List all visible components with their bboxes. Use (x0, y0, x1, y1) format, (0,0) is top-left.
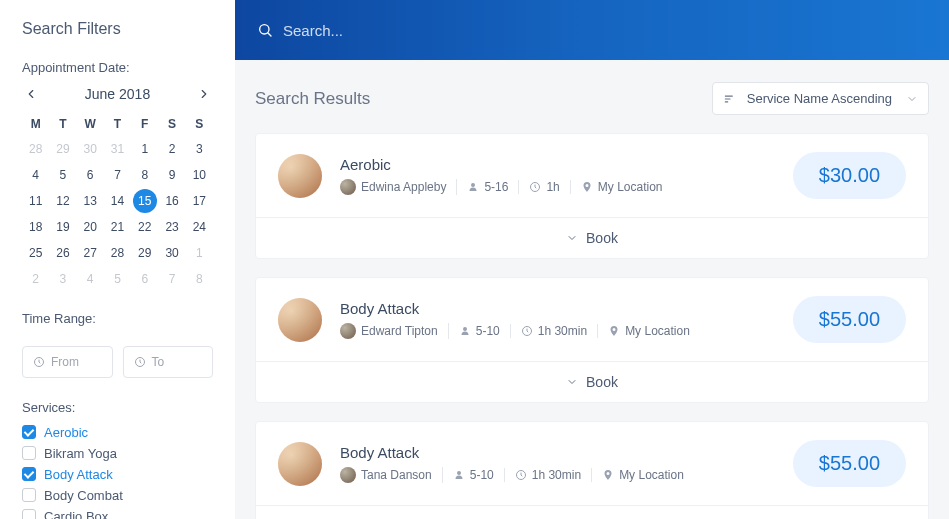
sort-select[interactable]: Service Name Ascending (712, 82, 929, 115)
calendar-day[interactable]: 22 (131, 215, 158, 239)
duration-value: 1h (546, 180, 559, 194)
person-icon (467, 181, 479, 193)
calendar-day[interactable]: 18 (22, 215, 49, 239)
calendar-day[interactable]: 28 (22, 137, 49, 161)
calendar-day[interactable]: 4 (22, 163, 49, 187)
chevron-right-icon (197, 87, 211, 101)
calendar-day[interactable]: 3 (49, 267, 76, 291)
sidebar: Search Filters Appointment Date: June 20… (0, 0, 235, 519)
checkbox[interactable] (22, 509, 36, 519)
service-label: Aerobic (44, 426, 88, 439)
duration-value: 1h 30min (532, 468, 581, 482)
service-title: Body Attack (340, 300, 793, 317)
service-title: Body Attack (340, 444, 793, 461)
capacity-value: 5-10 (476, 324, 500, 338)
time-to-input[interactable]: To (123, 346, 214, 378)
calendar-day[interactable]: 13 (77, 189, 104, 213)
calendar-day[interactable]: 26 (49, 241, 76, 265)
calendar-prev-button[interactable] (22, 85, 40, 103)
calendar-day[interactable]: 10 (186, 163, 213, 187)
calendar-day[interactable]: 1 (186, 241, 213, 265)
calendar-day[interactable]: 7 (158, 267, 185, 291)
staff-meta: Tana Danson (340, 467, 443, 483)
calendar-day[interactable]: 29 (131, 241, 158, 265)
checkbox[interactable] (22, 446, 36, 460)
calendar-day[interactable]: 30 (77, 137, 104, 161)
service-item[interactable]: Body Combat (22, 488, 213, 502)
search-input[interactable] (283, 22, 927, 39)
main: Search Results Service Name Ascending Ae… (235, 0, 949, 519)
location-meta: My Location (598, 324, 700, 338)
service-item[interactable]: Body Attack (22, 467, 213, 481)
duration-meta: 1h 30min (505, 468, 592, 482)
clock-icon (521, 325, 533, 337)
service-item[interactable]: Bikram Yoga (22, 446, 213, 460)
staff-name: Edwina Appleby (361, 180, 446, 194)
calendar-day[interactable]: 24 (186, 215, 213, 239)
location-value: My Location (625, 324, 690, 338)
calendar-day[interactable]: 25 (22, 241, 49, 265)
book-button[interactable]: Book (256, 361, 928, 402)
time-from-placeholder: From (51, 355, 79, 369)
checkbox[interactable] (22, 425, 36, 439)
staff-avatar (340, 323, 356, 339)
calendar-day[interactable]: 5 (104, 267, 131, 291)
calendar-day[interactable]: 5 (49, 163, 76, 187)
book-button[interactable]: Book (256, 505, 928, 519)
results-title: Search Results (255, 89, 370, 109)
service-item[interactable]: Aerobic (22, 425, 213, 439)
duration-value: 1h 30min (538, 324, 587, 338)
calendar-day[interactable]: 15 (133, 189, 157, 213)
service-avatar (278, 154, 322, 198)
calendar-day[interactable]: 21 (104, 215, 131, 239)
calendar-next-button[interactable] (195, 85, 213, 103)
time-from-input[interactable]: From (22, 346, 113, 378)
calendar-day[interactable]: 2 (22, 267, 49, 291)
calendar-dow: M (22, 113, 49, 135)
calendar-month: June 2018 (85, 86, 150, 102)
calendar-day[interactable]: 31 (104, 137, 131, 161)
calendar-day[interactable]: 19 (49, 215, 76, 239)
calendar-day[interactable]: 6 (77, 163, 104, 187)
calendar-day[interactable]: 9 (158, 163, 185, 187)
calendar-day[interactable]: 7 (104, 163, 131, 187)
service-label: Cardio Box (44, 510, 108, 520)
calendar-day[interactable]: 2 (158, 137, 185, 161)
checkbox[interactable] (22, 488, 36, 502)
calendar-day[interactable]: 11 (22, 189, 49, 213)
calendar-day[interactable]: 28 (104, 241, 131, 265)
result-card: Body AttackEdward Tipton5-101h 30minMy L… (255, 277, 929, 403)
calendar-day[interactable]: 27 (77, 241, 104, 265)
calendar-dow: T (49, 113, 76, 135)
calendar-day[interactable]: 14 (104, 189, 131, 213)
staff-name: Tana Danson (361, 468, 432, 482)
service-avatar (278, 298, 322, 342)
price-pill: $55.00 (793, 296, 906, 343)
book-label: Book (586, 230, 618, 246)
capacity-meta: 5-10 (449, 324, 511, 338)
calendar-day[interactable]: 6 (131, 267, 158, 291)
staff-meta: Edward Tipton (340, 323, 449, 339)
calendar-day[interactable]: 17 (186, 189, 213, 213)
location-value: My Location (619, 468, 684, 482)
checkbox[interactable] (22, 467, 36, 481)
book-button[interactable]: Book (256, 217, 928, 258)
calendar-day[interactable]: 29 (49, 137, 76, 161)
service-avatar (278, 442, 322, 486)
calendar-day[interactable]: 1 (131, 137, 158, 161)
staff-name: Edward Tipton (361, 324, 438, 338)
chevron-down-icon (906, 93, 918, 105)
calendar-day[interactable]: 12 (49, 189, 76, 213)
calendar-day[interactable]: 16 (158, 189, 185, 213)
sidebar-title: Search Filters (22, 20, 213, 38)
calendar-day[interactable]: 30 (158, 241, 185, 265)
calendar-day[interactable]: 8 (186, 267, 213, 291)
calendar-day[interactable]: 4 (77, 267, 104, 291)
sort-label: Service Name Ascending (747, 91, 892, 106)
calendar-day[interactable]: 23 (158, 215, 185, 239)
calendar-day[interactable]: 8 (131, 163, 158, 187)
calendar-day[interactable]: 3 (186, 137, 213, 161)
service-item[interactable]: Cardio Box (22, 509, 213, 519)
calendar-day[interactable]: 20 (77, 215, 104, 239)
appointment-date-label: Appointment Date: (22, 60, 213, 75)
